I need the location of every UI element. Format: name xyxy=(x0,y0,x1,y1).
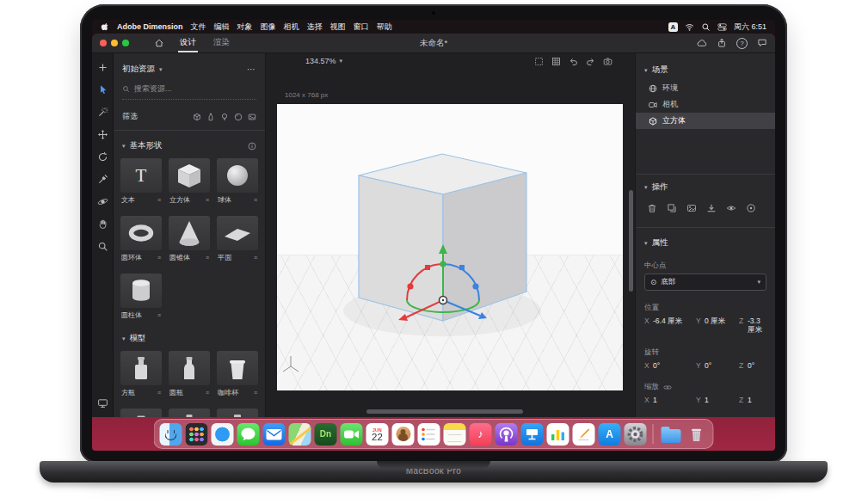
dock-system-preferences-icon[interactable] xyxy=(625,423,647,446)
home-icon[interactable] xyxy=(154,38,164,48)
chevron-down-icon[interactable]: ▾ xyxy=(122,335,126,342)
asset-tile-square-bottle[interactable]: 方瓶≡ xyxy=(120,351,162,397)
menu-select[interactable]: 选择 xyxy=(307,22,323,33)
asset-tile-cylinder[interactable]: 圆柱体≡ xyxy=(120,274,162,320)
dock-app-store-icon[interactable]: A xyxy=(599,423,621,446)
rotation-y-field[interactable]: 0° xyxy=(705,361,737,370)
dock-music-icon[interactable]: ♪ xyxy=(470,423,492,446)
position-y-field[interactable]: 0 厘米 xyxy=(705,317,737,327)
add-content-tool[interactable] xyxy=(95,60,109,74)
dock-messages-icon[interactable] xyxy=(237,423,260,446)
asset-tile-partial[interactable] xyxy=(120,409,162,417)
chevron-down-icon[interactable]: ▾ xyxy=(159,66,163,73)
filter-lights-icon[interactable] xyxy=(220,113,229,121)
menu-camera[interactable]: 相机 xyxy=(284,22,299,33)
minimize-button[interactable] xyxy=(111,40,118,46)
dock-launchpad-icon[interactable] xyxy=(186,423,208,446)
scene-item-camera[interactable]: 相机 xyxy=(636,96,775,113)
dock-maps-icon[interactable] xyxy=(289,423,311,446)
dock-finder-icon[interactable] xyxy=(160,423,182,446)
scene-item-environment[interactable]: 环境 xyxy=(636,80,775,96)
chevron-down-icon[interactable]: ▾ xyxy=(644,67,648,74)
asset-tile-sphere[interactable]: 球体≡ xyxy=(217,158,258,205)
visibility-icon[interactable] xyxy=(726,203,736,213)
dock-safari-icon[interactable] xyxy=(212,423,234,446)
help-icon[interactable]: ? xyxy=(736,38,748,49)
chevron-down-icon[interactable]: ▾ xyxy=(644,240,648,247)
menu-object[interactable]: 对象 xyxy=(237,22,253,33)
zoom-control[interactable]: 134.57% ▾ xyxy=(305,57,342,65)
asset-tile-partial[interactable] xyxy=(217,409,258,417)
orbit-focus-icon[interactable] xyxy=(746,203,756,213)
menu-window[interactable]: 窗口 xyxy=(354,22,369,33)
viewport-3d[interactable] xyxy=(277,104,623,390)
menu-help[interactable]: 帮助 xyxy=(377,22,392,33)
dock-downloads-folder-icon[interactable] xyxy=(660,423,682,446)
more-icon[interactable]: ⋯ xyxy=(247,65,256,74)
menubar-clock[interactable]: 周六 6:51 xyxy=(734,22,766,33)
position-x-field[interactable]: -6.4 厘米 xyxy=(653,317,694,327)
rotate-tool[interactable] xyxy=(95,150,109,163)
camera-bookmark-icon[interactable] xyxy=(603,57,613,66)
render-preview-icon[interactable] xyxy=(95,396,109,409)
dock-notes-icon[interactable] xyxy=(444,423,466,446)
rotation-z-field[interactable]: 0° xyxy=(748,361,766,370)
actions-section-title[interactable]: 操作 xyxy=(652,181,668,193)
dock-contacts-icon[interactable] xyxy=(392,423,415,446)
scale-y-field[interactable]: 1 xyxy=(705,396,737,404)
scale-x-field[interactable]: 1 xyxy=(653,396,694,404)
rotation-x-field[interactable]: 0° xyxy=(653,361,694,370)
filter-images-icon[interactable] xyxy=(248,113,256,121)
delete-icon[interactable] xyxy=(647,203,657,213)
marquee-icon[interactable] xyxy=(534,57,544,66)
asset-tile-cone[interactable]: 圆锥体≡ xyxy=(169,216,210,262)
section-basic-shapes[interactable]: 基本形状 xyxy=(130,140,163,151)
filter-models-icon[interactable] xyxy=(206,113,215,121)
scene-item-cube[interactable]: 立方体 xyxy=(636,113,775,129)
move-tool[interactable] xyxy=(95,127,109,141)
link-icon[interactable] xyxy=(663,384,672,390)
orbit-tool[interactable] xyxy=(95,194,109,208)
pan-tool[interactable] xyxy=(95,217,109,230)
properties-section-title[interactable]: 属性 xyxy=(652,237,668,249)
spotlight-search-icon[interactable] xyxy=(701,22,711,32)
vertical-scrollbar[interactable] xyxy=(629,190,633,292)
dolly-zoom-tool[interactable] xyxy=(95,239,109,253)
comments-icon[interactable] xyxy=(757,38,767,48)
asset-tile-coffee-cup[interactable]: 咖啡杯≡ xyxy=(217,351,258,397)
dock-facetime-icon[interactable] xyxy=(341,423,363,446)
chevron-down-icon[interactable]: ▾ xyxy=(122,143,126,150)
asset-tile-cube[interactable]: 立方体≡ xyxy=(169,158,210,205)
scene-section-title[interactable]: 场景 xyxy=(652,65,668,76)
control-center-icon[interactable] xyxy=(717,22,727,32)
asset-tile-text[interactable]: T 文本≡ xyxy=(120,158,162,205)
select-tool[interactable] xyxy=(95,83,109,96)
menu-file[interactable]: 文件 xyxy=(191,22,206,33)
dock-pages-icon[interactable] xyxy=(573,423,595,446)
eyedropper-tool[interactable] xyxy=(95,172,109,186)
tab-render[interactable]: 渲染 xyxy=(212,34,231,52)
tab-design[interactable]: 设计 xyxy=(178,34,198,52)
menu-edit[interactable]: 编辑 xyxy=(214,22,230,33)
dock-calendar-icon[interactable]: JUN 22 xyxy=(366,423,389,446)
align-to-ground-icon[interactable] xyxy=(706,203,717,213)
anchor-select[interactable]: ⊙ 底部 ▾ xyxy=(644,274,766,291)
asset-tile-torus[interactable]: 圆环体≡ xyxy=(120,216,162,262)
share-icon[interactable] xyxy=(717,38,727,48)
apple-logo-icon[interactable] xyxy=(101,22,109,32)
asset-tile-plane[interactable]: 平面≡ xyxy=(217,216,258,262)
assets-panel-title[interactable]: 初始资源 xyxy=(122,64,155,75)
undo-icon[interactable] xyxy=(569,57,578,66)
position-z-field[interactable]: -3.3 厘米 xyxy=(748,317,766,335)
info-icon[interactable] xyxy=(248,142,256,151)
cloud-sync-icon[interactable] xyxy=(697,38,707,48)
wifi-icon[interactable] xyxy=(685,22,694,32)
dock-podcasts-icon[interactable] xyxy=(496,423,518,446)
zoom-button[interactable] xyxy=(122,40,129,46)
dock-numbers-icon[interactable] xyxy=(547,423,569,446)
menu-image[interactable]: 图像 xyxy=(261,22,276,33)
dock-reminders-icon[interactable] xyxy=(418,423,440,446)
filter-materials-icon[interactable] xyxy=(234,113,243,121)
image-icon[interactable] xyxy=(686,203,697,213)
grid-icon[interactable] xyxy=(551,57,561,66)
